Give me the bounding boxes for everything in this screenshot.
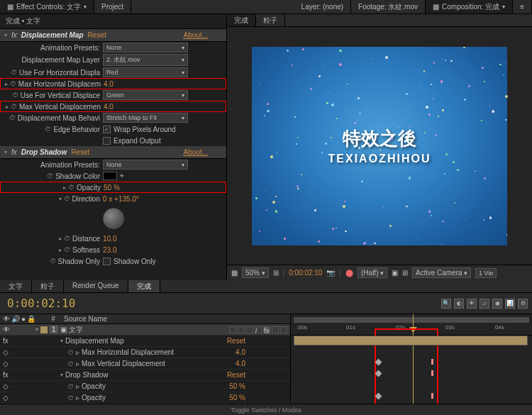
reset-link[interactable]: Reset — [88, 31, 106, 39]
solo-column-icon[interactable]: ● — [21, 315, 26, 323]
keyframe-icon[interactable] — [431, 393, 433, 399]
keyframe-icon[interactable] — [431, 370, 433, 376]
current-time[interactable]: 0:00:02:10 — [289, 269, 322, 277]
stopwatch-icon[interactable]: ⏱ — [64, 246, 70, 253]
layer-row-1[interactable]: 👁 ▾ 1 ▣ 文字 /fx — [0, 324, 290, 336]
stopwatch-icon[interactable]: ⏱ — [68, 184, 74, 191]
column-source-name[interactable]: Source Name — [64, 315, 290, 323]
dropdown-use-v[interactable]: Green — [103, 90, 188, 100]
quality-dropdown[interactable]: (Half) ▾ — [358, 267, 387, 278]
timeline-timecode[interactable]: 0:00:02:10 — [0, 297, 82, 310]
value-link[interactable]: 4.0 — [235, 360, 245, 367]
reset-link[interactable]: Reset — [227, 371, 245, 379]
camera-dropdown[interactable]: Active Camera ▾ — [412, 267, 471, 278]
disclosure-icon[interactable]: ▾ — [59, 196, 62, 202]
region-icon[interactable]: ▣ — [392, 269, 398, 277]
stopwatch-icon[interactable]: ⏱ — [11, 103, 17, 110]
value-direction[interactable]: 0 x +135.0° — [103, 195, 139, 203]
eye-icon[interactable]: 👁 — [3, 326, 10, 333]
view-dropdown[interactable]: 1 Vie — [475, 268, 497, 278]
prop-row[interactable]: fx▾Drop ShadowReset — [0, 370, 290, 381]
work-area-bar[interactable] — [294, 317, 529, 323]
disclosure-icon[interactable]: ▸ — [6, 104, 9, 110]
dropdown-presets[interactable]: None — [103, 160, 188, 170]
disclosure-icon[interactable]: ▸ — [59, 247, 62, 253]
prop-row[interactable]: ◇⏱▹Max Horizontal Displacement4.0 — [0, 347, 290, 358]
stopwatch-icon[interactable]: ⏱ — [45, 126, 51, 133]
reset-link[interactable]: Reset — [71, 148, 89, 156]
value-link[interactable]: 4.0 — [235, 348, 245, 356]
tab-project[interactable]: Project — [94, 0, 131, 13]
lock-column-icon[interactable]: 🔒 — [27, 315, 35, 323]
zoom-dropdown[interactable]: 50% ▾ — [242, 267, 269, 278]
stopwatch-icon[interactable]: ⏱ — [12, 92, 18, 99]
prop-row[interactable]: ◇⏱▹Opacity50 % — [0, 392, 290, 404]
audio-column-icon[interactable]: 🔊 — [11, 315, 20, 323]
comp-tab-particles[interactable]: 粒子 — [256, 14, 285, 26]
checkbox-expand[interactable] — [103, 137, 111, 145]
timeline-tab-text[interactable]: 文字 — [0, 280, 32, 292]
color-swatch[interactable] — [103, 172, 117, 180]
graph-icon[interactable]: 📊 — [505, 299, 515, 309]
reset-link[interactable]: Reset — [227, 337, 245, 345]
checkbox-wrap[interactable]: ✓ — [103, 126, 111, 133]
motion-blur-icon[interactable]: ◉ — [492, 299, 502, 309]
eye-column-icon[interactable]: 👁 — [3, 315, 10, 323]
disclosure-icon[interactable]: ▸ — [59, 236, 62, 242]
value-softness[interactable]: 23.0 — [103, 246, 116, 254]
tab-effect-controls[interactable]: ▦Effect Controls: 文字▾ — [0, 0, 94, 13]
effect-header-displacement-map[interactable]: ▾ fx Displacement Map Reset About... — [0, 29, 226, 42]
tab-composition[interactable]: ▦Composition: 完成▾ — [426, 0, 513, 13]
checkbox-shadow-only[interactable] — [103, 258, 111, 265]
stopwatch-icon[interactable]: ⏱ — [10, 80, 16, 87]
timeline-tab-render-queue[interactable]: Render Queue — [64, 280, 128, 292]
channel-icon[interactable]: ⬤ — [345, 269, 353, 277]
layer-bar[interactable] — [294, 336, 528, 345]
timeline-tab-done[interactable]: 完成 — [128, 280, 160, 292]
stopwatch-icon[interactable]: ⏱ — [11, 69, 17, 76]
value-max-v[interactable]: 4.0 — [104, 103, 113, 111]
dropdown-presets[interactable]: None — [103, 43, 188, 52]
search-icon[interactable]: 🔍 — [441, 299, 451, 309]
comp-tab-done[interactable]: 完成 — [227, 14, 256, 26]
disclosure-icon[interactable]: ▸ — [63, 184, 66, 191]
frame-blend-icon[interactable]: ▱ — [480, 299, 489, 309]
resolution-icon[interactable]: ⊞ — [273, 269, 279, 277]
tab-footage[interactable]: Footage: 水紋.mov — [351, 0, 426, 13]
disclosure-icon[interactable]: ▸ — [5, 81, 8, 87]
disclosure-icon[interactable]: ▾ — [4, 32, 7, 38]
draft-icon[interactable]: ◐ — [454, 299, 464, 309]
toggle-switches-modes[interactable]: Toggle Switches / Modes — [0, 404, 532, 415]
timeline-graph[interactable]: :00s 01s 02s 03s 04s — [291, 314, 532, 404]
timeline-tab-particles[interactable]: 粒子 — [32, 280, 64, 292]
about-link[interactable]: About... — [184, 148, 208, 156]
stopwatch-icon[interactable]: ⏱ — [47, 172, 53, 179]
prop-row[interactable]: ◇⏱▹Max Vertical Displacement4.0 — [0, 358, 290, 370]
composition-viewer[interactable]: 特效之後 TEXIAOZHIHOU — [227, 27, 532, 265]
prop-row[interactable]: fx▾Displacement MapReset — [0, 336, 290, 347]
about-link[interactable]: About... — [184, 31, 208, 39]
stopwatch-icon[interactable]: ⏱ — [64, 195, 70, 202]
dropdown-behavior[interactable]: Stretch Map to Fit — [103, 113, 188, 123]
value-link[interactable]: 50 % — [229, 394, 245, 402]
tab-layer[interactable]: Layer: (none) — [294, 0, 351, 13]
snapshot-icon[interactable]: 📷 — [326, 269, 335, 277]
prop-row[interactable]: ◇⏱▹Opacity50 % — [0, 381, 290, 392]
keyframe-icon[interactable] — [431, 359, 433, 365]
panel-menu[interactable]: ≡ — [513, 0, 532, 13]
guides-icon[interactable]: ⊞ — [402, 269, 408, 277]
value-link[interactable]: 50 % — [229, 382, 245, 390]
dropdown-map-layer[interactable]: 2. 水紋.mov — [103, 54, 188, 66]
brainstorm-icon[interactable]: ⚙ — [518, 299, 528, 309]
stopwatch-icon[interactable]: ⏱ — [64, 235, 70, 242]
dropdown-use-h[interactable]: Red — [103, 67, 188, 77]
stopwatch-icon[interactable]: ⏱ — [50, 258, 56, 265]
value-distance[interactable]: 10.0 — [103, 235, 116, 243]
stopwatch-icon[interactable]: ⏱ — [9, 114, 16, 121]
disclosure-icon[interactable]: ▾ — [4, 149, 7, 155]
grid-icon[interactable]: ▦ — [231, 269, 238, 277]
eyedropper-icon[interactable]: ⌖ — [120, 172, 124, 180]
shy-icon[interactable]: 👁 — [467, 299, 477, 309]
value-opacity[interactable]: 50 % — [104, 184, 120, 192]
value-max-h[interactable]: 4.0 — [104, 80, 113, 88]
